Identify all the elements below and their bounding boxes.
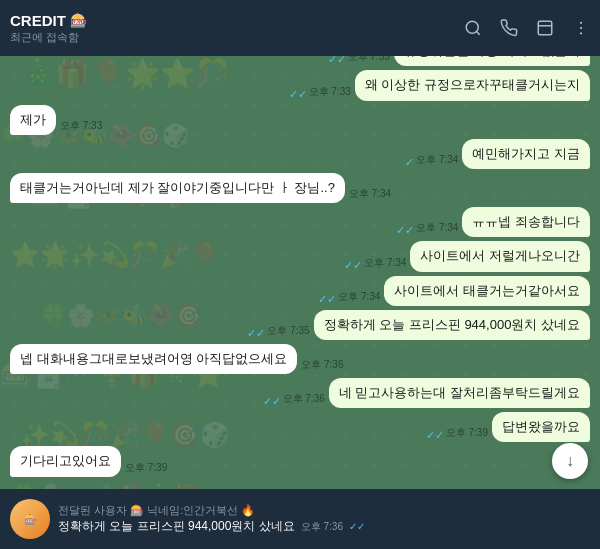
message-time: 오후 7:39 xyxy=(125,461,167,475)
message-time-area: 오후 7:39✓✓ xyxy=(426,426,492,442)
message-checks: ✓✓ xyxy=(328,56,346,66)
message-checks: ✓ xyxy=(405,156,414,169)
message-checks: ✓✓ xyxy=(263,395,281,408)
message-row: 오후 7:34✓✓ㅠㅠ넵 죄송합니다 xyxy=(10,207,590,237)
title-emoji: 🎰 xyxy=(70,12,87,28)
bottom-notification[interactable]: 🎰 전달된 사용자 🎰 닉네임:인간거북선 🔥 정확하게 오늘 프리스핀 944… xyxy=(0,489,600,549)
message-row: 제가오후 7:33 xyxy=(10,105,590,135)
message-row: 오후 7:34✓✓사이트에서 저럴게나오니간 xyxy=(10,241,590,271)
subtitle: 최근에 접속함 xyxy=(10,30,464,45)
message-time: 오후 7:34 xyxy=(364,256,406,270)
message-checks: ✓✓ xyxy=(289,88,307,101)
header-icons xyxy=(464,19,590,37)
message-time: 오후 7:34 xyxy=(416,221,458,235)
message-time-area: 오후 7:33 xyxy=(56,119,102,135)
message-bubble: 사이트에서 태클거는거같아서요 xyxy=(384,276,590,306)
title-text: CREDIT xyxy=(10,12,66,29)
message-time: 오후 7:34 xyxy=(416,153,458,167)
svg-rect-1 xyxy=(538,21,552,35)
message-bubble: 네 믿고사용하는대 잘처리좀부탁드릴게요 xyxy=(329,378,590,408)
message-time: 오후 7:34 xyxy=(349,187,391,201)
notif-line2: 정확하게 오늘 프리스핀 944,000원치 샀네요 xyxy=(58,518,295,535)
message-time: 오후 7:36 xyxy=(283,392,325,406)
message-bubble: 정확하게 오늘 프리스핀 944,000원치 샀네요 xyxy=(314,310,590,340)
message-bubble: 넵 대화내용그대로보냈려어영 아직답없으세요 xyxy=(10,344,297,374)
chat-area: 9월 7일 프냐블개표시가오후 7:33오후 7:33✓✓규정위반된 사항 하나… xyxy=(0,56,600,489)
message-time: 오후 7:33 xyxy=(60,119,102,133)
notif-time: 오후 7:36 xyxy=(301,520,343,534)
message-time-area: 오후 7:33✓✓ xyxy=(289,85,355,101)
message-bubble: 왜 이상한 규정으로자꾸태클거시는지 xyxy=(355,70,590,100)
message-time-area: 오후 7:39 xyxy=(121,461,167,477)
svg-point-2 xyxy=(580,22,582,24)
message-bubble: 제가 xyxy=(10,105,56,135)
message-row: 오후 7:33✓✓왜 이상한 규정으로자꾸태클거시는지 xyxy=(10,70,590,100)
svg-point-3 xyxy=(580,27,582,29)
message-row: 기다리고있어요오후 7:39 xyxy=(10,446,590,476)
message-time-area: 오후 7:36✓✓ xyxy=(263,392,329,408)
message-row: 오후 7:39✓✓답변왔을까요 xyxy=(10,412,590,442)
more-icon[interactable] xyxy=(572,19,590,37)
top-bar: CREDIT 🎰 최근에 접속함 xyxy=(0,0,600,56)
svg-point-0 xyxy=(466,21,478,33)
message-row: 오후 7:36✓✓네 믿고사용하는대 잘처리좀부탁드릴게요 xyxy=(10,378,590,408)
message-time-area: 오후 7:34 xyxy=(345,187,391,203)
message-time-area: 오후 7:34✓✓ xyxy=(318,290,384,306)
message-bubble: ㅠㅠ넵 죄송합니다 xyxy=(462,207,590,237)
message-checks: ✓✓ xyxy=(426,429,444,442)
scroll-to-bottom-button[interactable]: ↓ xyxy=(552,443,588,479)
message-row: 오후 7:34✓✓사이트에서 태클거는거같아서요 xyxy=(10,276,590,306)
message-row: 오후 7:34✓예민해가지고 지금 xyxy=(10,139,590,169)
message-time-area: 오후 7:35✓✓ xyxy=(247,324,313,340)
message-time-area: 오후 7:36 xyxy=(297,358,343,374)
phone-icon[interactable] xyxy=(500,19,518,37)
message-bubble: 규정위반된 사항 하나도없는대 xyxy=(394,56,590,66)
message-checks: ✓✓ xyxy=(396,224,414,237)
message-time-area: 오후 7:33✓✓ xyxy=(328,56,394,66)
message-time-area: 오후 7:34✓✓ xyxy=(344,256,410,272)
app-title: CREDIT 🎰 xyxy=(10,12,464,29)
message-bubble: 사이트에서 저럴게나오니간 xyxy=(410,241,590,271)
message-bubble: 기다리고있어요 xyxy=(10,446,121,476)
message-row: 오후 7:33✓✓규정위반된 사항 하나도없는대 xyxy=(10,56,590,66)
message-row: 넵 대화내용그대로보냈려어영 아직답없으세요오후 7:36 xyxy=(10,344,590,374)
message-row: 오후 7:35✓✓정확하게 오늘 프리스핀 944,000원치 샀네요 xyxy=(10,310,590,340)
svg-point-4 xyxy=(580,32,582,34)
contact-info: CREDIT 🎰 최근에 접속함 xyxy=(10,12,464,45)
message-time-area: 오후 7:34✓✓ xyxy=(396,221,462,237)
message-time: 오후 7:35 xyxy=(267,324,309,338)
message-bubble: 답변왔을까요 xyxy=(492,412,590,442)
search-icon[interactable] xyxy=(464,19,482,37)
message-bubble: 예민해가지고 지금 xyxy=(462,139,590,169)
notif-checks: ✓✓ xyxy=(349,521,365,532)
notif-line1: 전달된 사용자 🎰 닉네임:인간거북선 🔥 xyxy=(58,503,590,518)
message-checks: ✓✓ xyxy=(344,259,362,272)
message-checks: ✓✓ xyxy=(247,327,265,340)
message-checks: ✓✓ xyxy=(318,293,336,306)
notif-content: 전달된 사용자 🎰 닉네임:인간거북선 🔥 정확하게 오늘 프리스핀 944,0… xyxy=(58,503,590,535)
notif-avatar: 🎰 xyxy=(10,499,50,539)
message-time: 오후 7:33 xyxy=(348,56,390,64)
message-time: 오후 7:34 xyxy=(338,290,380,304)
window-icon[interactable] xyxy=(536,19,554,37)
message-time: 오후 7:39 xyxy=(446,426,488,440)
message-row: 태클거는거아닌데 제가 잘이야기중입니다만 ㅏ 장님..?오후 7:34 xyxy=(10,173,590,203)
message-bubble: 태클거는거아닌데 제가 잘이야기중입니다만 ㅏ 장님..? xyxy=(10,173,345,203)
message-time: 오후 7:36 xyxy=(301,358,343,372)
message-time: 오후 7:33 xyxy=(309,85,351,99)
message-time-area: 오후 7:34✓ xyxy=(405,153,462,169)
